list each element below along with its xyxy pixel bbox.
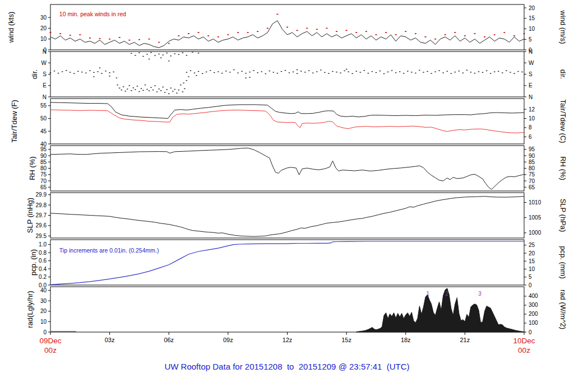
data-point <box>245 78 246 78</box>
data-point <box>300 71 302 71</box>
data-point <box>149 91 150 91</box>
data-point <box>105 71 106 71</box>
left-tick-label: S <box>43 71 47 77</box>
meteogram-figure: 010203005101520wind (kts)wind (m/s)10 mi… <box>0 0 574 392</box>
panel-direction: NESWNNESWNdir.dir. <box>30 49 567 100</box>
data-point <box>50 72 51 73</box>
data-point <box>502 72 503 73</box>
left-tick-label: 75 <box>40 171 47 178</box>
data-point <box>411 72 412 72</box>
data-point <box>229 72 230 72</box>
data-point <box>158 88 159 89</box>
data-point <box>73 73 75 74</box>
left-tick-label: 29.9 <box>36 192 47 198</box>
data-point <box>308 71 309 71</box>
data-point <box>186 72 187 72</box>
data-point <box>364 70 365 71</box>
left-tick-label: 29.7 <box>36 212 47 218</box>
data-point <box>158 42 160 43</box>
data-point <box>395 34 397 35</box>
data-point <box>424 36 426 38</box>
data-point <box>451 73 452 74</box>
data-point <box>346 69 347 69</box>
data-point <box>403 73 404 73</box>
data-point <box>521 72 522 72</box>
data-point <box>503 32 505 33</box>
data-point <box>186 55 187 55</box>
right-tick-label: 75 <box>529 171 535 178</box>
left-axis-title: dir. <box>30 69 39 79</box>
right-axis-title: RH (%) <box>559 156 567 180</box>
data-point <box>168 43 170 44</box>
data-point <box>372 71 373 72</box>
left-tick-label: 10 <box>40 36 47 42</box>
left-axis-title: pcp. (in) <box>29 249 38 276</box>
start-date-label: 09Dec <box>39 337 61 345</box>
right-tick-label: W <box>529 60 534 66</box>
data-point <box>59 33 61 34</box>
data-point <box>146 54 147 54</box>
data-point <box>186 80 187 81</box>
data-point <box>415 33 416 34</box>
right-tick-label: N <box>529 49 533 55</box>
data-point <box>459 71 460 71</box>
data-point <box>116 78 117 78</box>
data-point <box>486 71 487 71</box>
data-point <box>93 72 94 73</box>
panel-sea-level-pressure: 29.529.629.729.829.9100010051010SLP (inH… <box>26 192 567 239</box>
data-point <box>241 71 242 72</box>
data-point <box>210 70 211 71</box>
data-point <box>154 86 155 86</box>
data-point <box>113 72 114 72</box>
data-point <box>277 73 278 73</box>
left-axis-title: SLP (inHg) <box>26 198 34 233</box>
data-point <box>351 73 353 74</box>
right-tick-label: 8 <box>529 124 532 130</box>
data-point <box>127 88 128 89</box>
left-tick-label: 29.5 <box>36 233 47 239</box>
data-point <box>174 89 175 90</box>
data-point <box>365 31 367 32</box>
data-point <box>346 30 348 31</box>
plot-title: UW Rooftop Data for 20151208 to 20151209… <box>0 362 574 371</box>
data-point <box>285 70 286 71</box>
right-tick-label: 15 <box>529 258 535 264</box>
data-point <box>383 73 385 74</box>
right-tick-label: 10 <box>529 115 535 122</box>
right-tick-label: 95 <box>529 146 535 152</box>
annotation-wind: 10 min. peak winds in red <box>59 11 126 17</box>
panel-border-sea-level-pressure <box>50 193 524 238</box>
data-point <box>138 91 140 92</box>
data-point <box>170 55 172 56</box>
right-tick-label: 25 <box>529 242 535 248</box>
data-point <box>135 89 136 90</box>
data-point <box>407 71 408 71</box>
left-tick-label: 80 <box>40 165 47 171</box>
right-axis-title: wind (m/s) <box>559 10 567 44</box>
data-point <box>482 72 483 73</box>
data-point <box>109 39 110 40</box>
right-tick-label: 70 <box>529 178 535 184</box>
data-point <box>434 72 436 72</box>
data-point <box>168 60 169 61</box>
data-point <box>182 53 183 53</box>
right-axis-title: dir. <box>559 69 567 79</box>
data-point <box>379 71 381 71</box>
data-point <box>168 94 169 94</box>
data-point <box>513 35 515 36</box>
data-point <box>198 53 199 53</box>
data-point <box>192 52 193 52</box>
data-point <box>474 73 475 73</box>
data-point <box>494 34 496 35</box>
time-axis: 03z06z09z12z15z18z21z09Dec00z10Dec00z <box>39 332 535 354</box>
data-point <box>131 53 132 54</box>
data-point <box>524 33 525 34</box>
data-point <box>419 70 420 71</box>
data-point <box>267 28 269 29</box>
data-point <box>196 75 197 76</box>
data-point <box>121 90 122 90</box>
data-point <box>81 72 82 72</box>
right-tick-label: 200 <box>529 311 538 317</box>
right-tick-label: 1005 <box>529 214 541 221</box>
data-point <box>129 85 130 86</box>
